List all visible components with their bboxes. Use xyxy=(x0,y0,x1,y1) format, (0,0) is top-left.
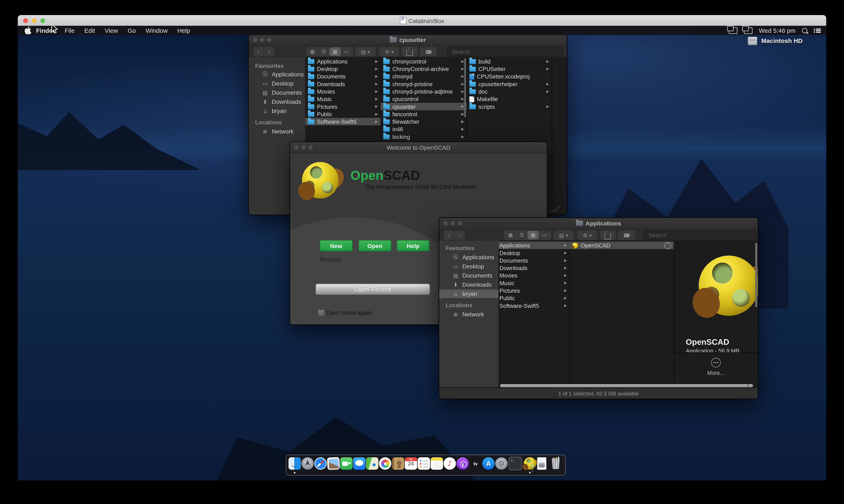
app-row-openscad[interactable]: OpenSCAD xyxy=(569,241,674,249)
sidebar-item-documents[interactable]: ▤Documents xyxy=(439,271,498,280)
fw2-tag-button[interactable] xyxy=(618,230,635,240)
folder-row[interactable]: Documents▶ xyxy=(305,73,381,80)
menu-view[interactable]: View xyxy=(100,27,123,34)
folder-row[interactable]: Downloads▶ xyxy=(305,80,381,88)
sidebar-item-downloads[interactable]: ⬇Downloads xyxy=(439,280,498,289)
file-row[interactable]: Makefile xyxy=(467,95,552,103)
menu-file[interactable]: File xyxy=(60,27,80,34)
help-button[interactable]: Help xyxy=(397,240,429,251)
dock-music-icon[interactable]: ♪ xyxy=(444,457,456,470)
menu-help[interactable]: Help xyxy=(173,27,195,34)
folder-row[interactable]: locking▶ xyxy=(381,133,467,140)
dock-trash-icon[interactable] xyxy=(549,457,562,470)
dock-maps-icon[interactable] xyxy=(366,457,379,470)
menu-go[interactable]: Go xyxy=(123,27,141,34)
fw1-titlebar[interactable]: cpusetter xyxy=(249,34,567,46)
folder-row[interactable]: filewatcher▶ xyxy=(381,118,467,125)
view-gallery-icon[interactable]: ▭ xyxy=(539,231,550,239)
folder-row[interactable]: doc▶ xyxy=(467,88,552,95)
dock-tv-icon[interactable]: tv xyxy=(469,457,482,470)
folder-row[interactable]: Movies▶ xyxy=(305,88,381,95)
folder-row[interactable]: build▶ xyxy=(467,57,552,65)
fw1-view-switcher[interactable]: ▦☰▥▭ xyxy=(306,47,353,56)
screen-sharing-icon[interactable] xyxy=(744,27,752,34)
menu-edit[interactable]: Edit xyxy=(80,27,100,34)
dock-system-preferences-icon[interactable]: ⚙ xyxy=(495,457,508,470)
folder-row[interactable]: Downloads▶ xyxy=(498,264,569,272)
folder-row[interactable]: chronyd-pristine-adjtime▶ xyxy=(381,88,467,95)
folder-row[interactable]: Public▶ xyxy=(498,294,569,302)
folder-row[interactable]: Music▶ xyxy=(305,95,381,103)
fw2-view-switcher[interactable]: ▦☰▥▭ xyxy=(504,230,551,240)
view-columns-icon[interactable]: ▥ xyxy=(329,47,340,56)
fw1-column2-scrollbar[interactable] xyxy=(464,58,466,117)
fw2-group-button[interactable]: ▤▼ xyxy=(553,230,574,240)
folder-row[interactable]: Pictures▶ xyxy=(305,103,381,110)
dock-notes-icon[interactable] xyxy=(430,457,443,470)
fw2-preview-scrollbar[interactable] xyxy=(755,242,757,307)
dock-terminal-icon[interactable]: >_ xyxy=(509,457,522,470)
fw1-tag-button[interactable] xyxy=(420,47,437,56)
notification-center-icon[interactable] xyxy=(814,28,821,33)
view-list-icon[interactable]: ☰ xyxy=(318,47,329,56)
dock-reminders-icon[interactable] xyxy=(418,457,430,470)
folder-row-selected[interactable]: Software-Swift5▶ xyxy=(305,118,381,125)
fw1-back-button[interactable]: ‹ xyxy=(253,47,264,56)
sidebar-item-bryan-selected[interactable]: ⌂bryan xyxy=(439,289,498,298)
sidebar-item-applications[interactable]: ⒶApplications xyxy=(249,70,305,78)
folder-row[interactable]: Pictures▶ xyxy=(498,287,569,294)
dock-finder-icon[interactable] xyxy=(288,457,301,470)
folder-row[interactable]: Desktop▶ xyxy=(498,249,569,256)
fw2-back-button[interactable]: ‹ xyxy=(444,230,454,240)
menu-bar-clock[interactable]: Wed 5:46 pm xyxy=(759,27,796,34)
spotlight-icon[interactable] xyxy=(802,28,807,33)
view-gallery-icon[interactable]: ▭ xyxy=(341,47,352,56)
folder-row[interactable]: fancontrol▶ xyxy=(381,110,467,118)
folder-row[interactable]: cpusetterhelper▶ xyxy=(467,80,552,88)
folder-row[interactable]: chronyd-pristine▶ xyxy=(381,80,467,88)
desktop-volume-macintosh-hd[interactable]: Macintosh HD xyxy=(748,37,803,45)
fw1-action-button[interactable]: ⚙▼ xyxy=(379,47,399,56)
sidebar-item-network[interactable]: ⊕Network xyxy=(439,310,498,319)
fw1-group-button[interactable]: ▤▼ xyxy=(355,47,376,56)
folder-row[interactable]: Desktop▶ xyxy=(305,65,381,73)
more-button[interactable]: ••• More... xyxy=(674,358,758,376)
dock-photo-frame-icon[interactable] xyxy=(327,457,340,470)
finder-window-applications[interactable]: Applications ‹ › ▦☰▥▭ ▤▼ ⚙▼ Search Favou… xyxy=(439,217,758,399)
oscad-titlebar[interactable]: Welcome to OpenSCAD xyxy=(290,142,547,153)
view-grid-icon[interactable]: ▦ xyxy=(505,231,516,239)
folder-row[interactable]: Public▶ xyxy=(305,110,381,118)
open-button[interactable]: Open xyxy=(358,240,391,251)
folder-row[interactable]: Applications▶ xyxy=(305,57,381,65)
view-list-icon[interactable]: ☰ xyxy=(516,231,527,239)
view-grid-icon[interactable]: ▦ xyxy=(307,47,318,56)
open-recent-button[interactable]: Open Recent xyxy=(315,284,430,295)
dock-contacts-icon[interactable] xyxy=(392,457,404,470)
dock-messages-icon[interactable] xyxy=(353,457,366,470)
xcodeproj-row[interactable]: CPUSetter.xcodeproj xyxy=(467,73,552,80)
folder-row[interactable]: ChronyControl-archive▶ xyxy=(381,65,467,73)
fw2-search-field[interactable]: Search xyxy=(644,230,757,240)
dont-show-again-checkbox[interactable] xyxy=(318,309,324,316)
folder-row[interactable]: chronyd▶ xyxy=(381,73,467,80)
folder-row[interactable]: cpucontrol▶ xyxy=(381,95,467,103)
sidebar-item-network[interactable]: ⊕Network xyxy=(249,127,305,136)
dock-openscad-icon[interactable] xyxy=(524,457,536,470)
display-mirroring-icon[interactable] xyxy=(729,27,737,34)
fw2-forward-button[interactable]: › xyxy=(454,230,465,240)
dock-dmg-file-icon[interactable] xyxy=(535,457,548,470)
sidebar-item-desktop[interactable]: ▭Desktop xyxy=(439,262,498,270)
fw1-share-button[interactable] xyxy=(401,47,418,56)
folder-row[interactable]: in46▶ xyxy=(381,125,467,133)
folder-row-selected[interactable]: Applications▶ xyxy=(498,241,569,249)
dock-launchpad-icon[interactable] xyxy=(301,457,314,470)
view-columns-icon[interactable]: ▥ xyxy=(527,231,539,239)
folder-row[interactable]: Music▶ xyxy=(498,279,569,287)
sidebar-item-bryan[interactable]: ⌂bryan xyxy=(249,107,305,115)
dock-podcasts-icon[interactable] xyxy=(456,457,469,470)
folder-row[interactable]: Software-Swift5▶ xyxy=(498,302,569,309)
sidebar-item-documents[interactable]: ▤Documents xyxy=(249,88,305,97)
sidebar-item-downloads[interactable]: ⬇Downloads xyxy=(249,97,305,106)
fw1-forward-button[interactable]: › xyxy=(264,47,275,56)
fw2-titlebar[interactable]: Applications xyxy=(439,218,758,229)
